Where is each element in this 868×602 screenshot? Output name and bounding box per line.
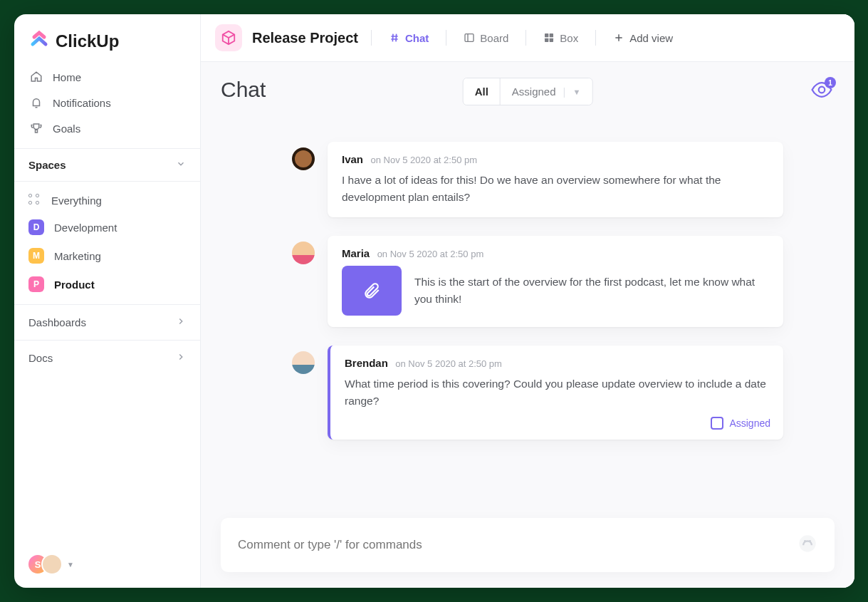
view-tab-label: Board	[480, 32, 508, 44]
message-card[interactable]: Maria on Nov 5 2020 at 2:50 pm This is t…	[328, 236, 783, 327]
space-development[interactable]: D Development	[20, 213, 194, 242]
view-tab-board[interactable]: Board	[459, 28, 513, 48]
message-header: Brendan on Nov 5 2020 at 2:50 pm	[345, 357, 769, 370]
bell-icon	[30, 96, 43, 109]
space-everything[interactable]: Everything	[20, 187, 194, 213]
avatar	[41, 554, 63, 575]
message-author: Ivan	[342, 153, 363, 165]
nav-label: Notifications	[53, 97, 111, 109]
user-avatar-stack[interactable]: S	[27, 554, 63, 575]
svg-rect-3	[545, 38, 548, 42]
nav-home[interactable]: Home	[20, 64, 194, 90]
filter-assigned-button[interactable]: Assigned | ▼	[500, 78, 592, 105]
assigned-label: Assigned	[729, 417, 770, 429]
message-body-wrapper: This is the start of the overview for th…	[342, 266, 769, 316]
comment-input[interactable]	[238, 538, 798, 552]
comment-composer[interactable]	[221, 518, 835, 572]
chevron-down-icon: ▼	[572, 88, 580, 96]
paperclip-icon	[362, 281, 381, 300]
nav-label: Dashboards	[28, 316, 86, 328]
message: Brendan on Nov 5 2020 at 2:50 pm What ti…	[292, 346, 835, 440]
view-tab-box[interactable]: Box	[539, 28, 582, 48]
divider	[525, 30, 526, 46]
attachment-thumbnail[interactable]	[342, 266, 402, 316]
chevron-right-icon	[176, 352, 186, 364]
home-icon	[30, 71, 43, 83]
add-view-button[interactable]: Add view	[609, 28, 677, 48]
svg-point-5	[819, 87, 825, 93]
avatar	[292, 147, 315, 170]
nav-label: Goals	[53, 123, 80, 135]
avatar	[292, 351, 315, 374]
message-body: This is the start of the overview for th…	[414, 274, 769, 308]
assigned-badge[interactable]: Assigned	[711, 417, 770, 430]
plus-icon	[613, 32, 624, 43]
divider	[446, 30, 446, 46]
filter-all-button[interactable]: All	[464, 78, 500, 105]
svg-point-7	[809, 540, 811, 542]
send-icon[interactable]	[798, 534, 817, 556]
message-header: Maria on Nov 5 2020 at 2:50 pm	[342, 247, 769, 260]
spaces-list: Everything D Development M Marketing P P…	[14, 182, 200, 304]
svg-rect-1	[545, 33, 548, 37]
message-timestamp: on Nov 5 2020 at 2:50 pm	[395, 358, 502, 369]
nav-goals[interactable]: Goals	[20, 115, 194, 141]
message-card[interactable]: Brendan on Nov 5 2020 at 2:50 pm What ti…	[328, 346, 783, 440]
content-header: Chat All Assigned | ▼ 1	[221, 78, 835, 102]
nav-label: Home	[53, 71, 81, 83]
content: Chat All Assigned | ▼ 1	[201, 62, 854, 588]
svg-rect-4	[550, 38, 553, 42]
message-card[interactable]: Ivan on Nov 5 2020 at 2:50 pm I have a l…	[328, 142, 783, 217]
hash-icon	[389, 32, 400, 43]
nav-dashboards[interactable]: Dashboards	[14, 304, 200, 340]
avatar	[292, 242, 315, 264]
spaces-header-label: Spaces	[28, 159, 66, 171]
message: Maria on Nov 5 2020 at 2:50 pm This is t…	[292, 236, 835, 327]
caret-down-icon[interactable]: ▼	[67, 561, 74, 569]
message-header: Ivan on Nov 5 2020 at 2:50 pm	[342, 153, 769, 166]
trophy-icon	[30, 122, 43, 135]
space-label: Product	[54, 279, 95, 291]
filter-group: All Assigned | ▼	[463, 78, 593, 105]
space-badge: D	[28, 219, 44, 235]
everything-icon	[28, 194, 41, 207]
sidebar-footer: S ▼	[14, 541, 200, 588]
svg-point-6	[804, 540, 806, 542]
nav-docs[interactable]: Docs	[14, 340, 200, 375]
chevron-right-icon	[176, 316, 186, 328]
space-product[interactable]: P Product	[20, 270, 194, 299]
spaces-header[interactable]: Spaces	[14, 148, 200, 182]
message-timestamp: on Nov 5 2020 at 2:50 pm	[370, 155, 477, 165]
message-body: What time period is this covering? Could…	[345, 375, 769, 428]
filter-label: Assigned	[512, 85, 556, 98]
message-timestamp: on Nov 5 2020 at 2:50 pm	[377, 249, 484, 259]
filter-label: All	[475, 85, 488, 98]
chevron-down-icon	[176, 159, 186, 171]
space-label: Everything	[51, 194, 102, 207]
nav-notifications[interactable]: Notifications	[20, 90, 194, 115]
svg-rect-0	[465, 34, 474, 42]
nav-label: Docs	[28, 352, 53, 364]
watchers-button[interactable]: 1	[809, 80, 835, 100]
project-title: Release Project	[252, 30, 358, 46]
logo-mark-icon	[28, 30, 51, 53]
message: Ivan on Nov 5 2020 at 2:50 pm I have a l…	[292, 142, 835, 217]
message-author: Brendan	[345, 357, 388, 369]
page-title: Chat	[221, 78, 266, 102]
brand-name: ClickUp	[56, 31, 119, 51]
box-icon	[543, 32, 555, 43]
brand-logo[interactable]: ClickUp	[14, 14, 200, 64]
message-body: I have a lot of ideas for this! Do we ha…	[342, 172, 769, 206]
add-view-label: Add view	[629, 32, 673, 44]
message-list: Ivan on Nov 5 2020 at 2:50 pm I have a l…	[221, 113, 835, 504]
space-badge: P	[28, 276, 44, 292]
space-marketing[interactable]: M Marketing	[20, 242, 194, 270]
view-tab-label: Box	[560, 32, 578, 44]
checkbox-icon	[711, 417, 723, 430]
view-tab-label: Chat	[405, 32, 429, 44]
primary-nav: Home Notifications Goals	[14, 64, 200, 141]
app-window: ClickUp Home Notifications Goals Spaces	[14, 14, 854, 588]
watchers-count-badge: 1	[825, 77, 836, 88]
view-tab-chat[interactable]: Chat	[385, 28, 433, 48]
divider	[371, 30, 372, 46]
